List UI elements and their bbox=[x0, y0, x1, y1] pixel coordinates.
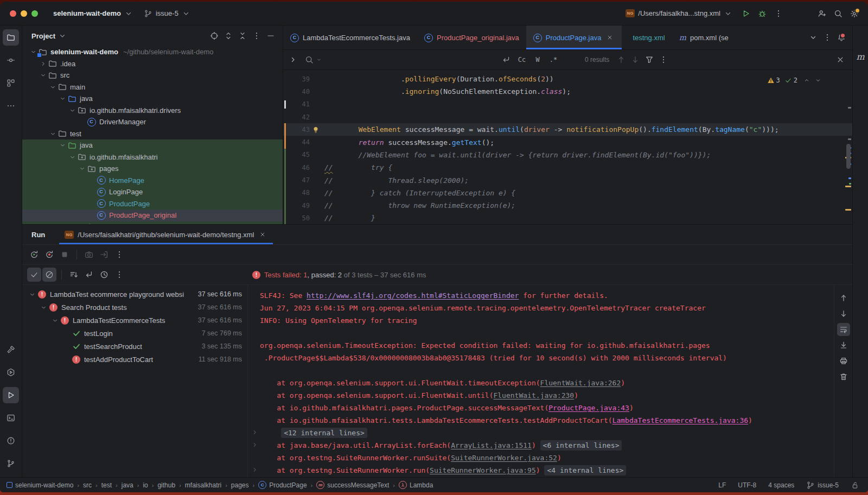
run-configuration-selector[interactable]: NG/Users/faisalkha...stng.xml bbox=[621, 7, 737, 20]
project-tree-item[interactable]: .idea bbox=[22, 58, 283, 70]
sort-alphabetically-button[interactable] bbox=[67, 268, 81, 282]
project-tree-item[interactable]: CProductPage_original bbox=[22, 210, 283, 221]
show-ignored-button[interactable] bbox=[42, 268, 56, 282]
code-line[interactable]: 43 WebElement successMessage = wait.unti… bbox=[283, 123, 852, 136]
close-window-button[interactable] bbox=[10, 10, 16, 17]
project-tree-item[interactable]: src bbox=[22, 69, 283, 81]
regex-button[interactable]: .* bbox=[547, 54, 560, 66]
print-button[interactable] bbox=[837, 354, 850, 367]
branch-selector[interactable]: issue-5 bbox=[139, 7, 195, 20]
project-tree-item[interactable]: CProductPage bbox=[22, 198, 283, 210]
activity-more-tool-windows-button[interactable] bbox=[3, 98, 19, 114]
maven-tool-button[interactable]: m bbox=[856, 52, 864, 62]
activity-problems-button[interactable] bbox=[3, 433, 19, 449]
rerun-failed-tests-button[interactable] bbox=[42, 248, 56, 262]
code-line[interactable]: 44 return successMessage.getText(); bbox=[283, 136, 852, 148]
breadcrumb-item[interactable]: test bbox=[101, 481, 112, 489]
activity-services-button[interactable] bbox=[3, 364, 19, 380]
status-git-branch[interactable]: issue-5 bbox=[806, 481, 839, 490]
breadcrumb-item[interactable]: github bbox=[157, 481, 175, 489]
scroll-to-end-button[interactable] bbox=[837, 339, 850, 352]
project-tree-item[interactable]: CHomePage bbox=[22, 175, 283, 187]
editor-tab[interactable]: CProductPage_original.java bbox=[417, 26, 526, 49]
breadcrumb-item[interactable]: mfaisalkhatri bbox=[185, 481, 221, 489]
code-line[interactable]: 48// } catch (InterruptedException e) { bbox=[283, 187, 852, 199]
settings-button[interactable] bbox=[847, 7, 861, 21]
notifications-button[interactable] bbox=[835, 31, 848, 44]
code-line[interactable]: 47// Thread.sleep(2000); bbox=[283, 174, 852, 186]
tree-toggle-icon[interactable] bbox=[68, 153, 77, 161]
stack-trace-link[interactable]: SuiteRunnerWorker.java:95 bbox=[430, 466, 536, 474]
activity-terminal-button[interactable] bbox=[3, 410, 19, 426]
code-line[interactable]: 42 bbox=[283, 111, 852, 123]
scrollbar-thumb[interactable] bbox=[846, 144, 851, 169]
project-selector[interactable]: selenium-wait-demo bbox=[49, 7, 137, 20]
code-line[interactable]: 45 //WebElement foo = wait.until(driver … bbox=[283, 149, 852, 161]
debug-button[interactable] bbox=[755, 7, 769, 21]
editor-tab[interactable]: testng.xml bbox=[622, 26, 672, 49]
code-editor[interactable]: 39 .pollingEvery(Duration.ofSeconds(2))4… bbox=[283, 70, 852, 224]
stack-trace-link[interactable]: http://www.slf4j.org/codes.html#StaticLo… bbox=[307, 291, 519, 300]
editor-tab[interactable]: mpom.xml (se bbox=[672, 26, 736, 49]
tree-toggle-icon[interactable] bbox=[68, 106, 77, 115]
stack-trace-link[interactable]: ProductPage.java:43 bbox=[548, 404, 629, 412]
close-run-tab-button[interactable] bbox=[258, 230, 267, 239]
tree-toggle-icon[interactable] bbox=[48, 82, 58, 91]
project-tree-item[interactable]: main bbox=[22, 81, 283, 93]
stack-trace-link[interactable]: ArrayList.java:1511 bbox=[451, 441, 532, 449]
close-tab-button[interactable] bbox=[605, 33, 615, 42]
test-tree-item[interactable]: !Search Product tests37 sec 616 ms bbox=[22, 301, 247, 314]
stack-trace-link[interactable]: FluentWait.java:230 bbox=[493, 391, 574, 399]
hide-panel-button[interactable] bbox=[264, 29, 277, 42]
search-history-chevron-icon[interactable] bbox=[316, 57, 322, 62]
more-actions-button[interactable] bbox=[771, 7, 786, 21]
project-tree-item[interactable]: java bbox=[22, 93, 283, 105]
intention-bulb-icon[interactable] bbox=[311, 125, 320, 134]
next-occurrence-button[interactable] bbox=[629, 53, 642, 66]
tree-toggle-icon[interactable] bbox=[58, 141, 67, 150]
search-input[interactable] bbox=[324, 54, 497, 65]
code-with-me-button[interactable] bbox=[815, 7, 829, 21]
project-tree-item[interactable]: java bbox=[22, 139, 283, 151]
project-tree-item[interactable]: io.github.mfaisalkhatri bbox=[22, 151, 283, 163]
code-line[interactable]: 49// throw new RuntimeException(e); bbox=[283, 199, 852, 212]
activity-version-control-button[interactable] bbox=[3, 455, 19, 472]
tab-options-button[interactable] bbox=[821, 31, 834, 44]
project-tree-item[interactable]: CLoginPage bbox=[22, 186, 283, 198]
editor-tab[interactable]: CLambdaTestEcommerceTests.java bbox=[283, 26, 417, 49]
tree-toggle-icon[interactable] bbox=[39, 303, 48, 312]
test-tree-item[interactable]: !LambdaTestEcommerceTests37 sec 616 ms bbox=[22, 314, 247, 327]
close-search-button[interactable] bbox=[834, 53, 847, 66]
run-options-button[interactable] bbox=[112, 248, 126, 262]
test-tree-options-button[interactable] bbox=[112, 268, 126, 282]
breadcrumb-item[interactable]: src bbox=[83, 481, 92, 489]
run-tab[interactable]: NG /Users/faisalkhatri/github/selenium-w… bbox=[59, 225, 273, 244]
breadcrumb-item[interactable]: CProductPage bbox=[258, 481, 307, 489]
stop-button[interactable] bbox=[58, 248, 72, 262]
activity-build-button[interactable] bbox=[3, 341, 19, 358]
breadcrumb-item[interactable]: λLambda bbox=[399, 481, 433, 489]
activity-structure-button[interactable] bbox=[3, 75, 19, 91]
minimize-window-button[interactable] bbox=[21, 10, 27, 17]
test-tree-item[interactable]: testLogin7 sec 769 ms bbox=[22, 327, 247, 340]
test-tree-item[interactable]: testSearchProduct3 sec 135 ms bbox=[22, 340, 247, 353]
tree-toggle-icon[interactable] bbox=[48, 129, 58, 138]
next-problem-button[interactable] bbox=[813, 75, 823, 85]
code-line[interactable]: 50// } bbox=[283, 212, 852, 224]
tree-toggle-icon[interactable] bbox=[78, 164, 87, 173]
project-tree-item[interactable]: selenium-wait-demo~/github/selenium-wait… bbox=[22, 46, 283, 58]
project-tree-item[interactable]: CDriverManager bbox=[22, 116, 283, 128]
activity-project-button[interactable] bbox=[3, 29, 19, 46]
options-button[interactable] bbox=[250, 29, 263, 42]
sort-by-duration-button[interactable] bbox=[97, 268, 111, 282]
breadcrumb-item[interactable]: io bbox=[143, 481, 148, 489]
activity-run-button[interactable] bbox=[3, 387, 19, 403]
fold-toggle-icon[interactable] bbox=[251, 429, 259, 436]
stack-trace-link[interactable]: SuiteRunnerWorker.java:52 bbox=[451, 454, 557, 462]
collapse-all-button[interactable] bbox=[236, 29, 249, 42]
status-file-encoding[interactable]: UTF-8 bbox=[738, 481, 756, 489]
search-everywhere-button[interactable] bbox=[831, 7, 845, 21]
run-button[interactable] bbox=[739, 7, 753, 21]
prev-occurrence-button[interactable] bbox=[837, 291, 850, 304]
rerun-tests-button[interactable] bbox=[27, 248, 41, 262]
